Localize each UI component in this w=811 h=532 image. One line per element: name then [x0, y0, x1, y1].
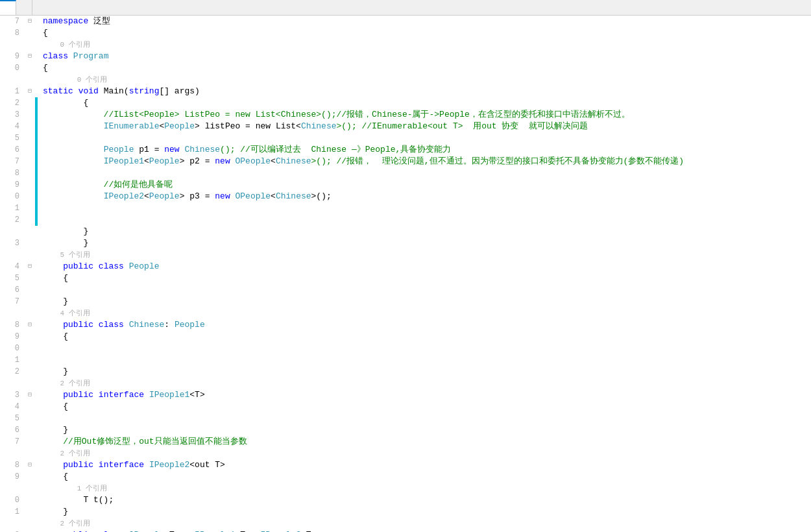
token: 1 个引用	[43, 483, 107, 494]
token	[180, 144, 185, 156]
collapse-indicator	[25, 413, 35, 424]
collapse-indicator	[25, 272, 35, 284]
token: {	[43, 27, 48, 39]
token: IPeople1	[149, 389, 189, 401]
line-number: 8	[3, 167, 22, 179]
code-content[interactable]: namespace 泛型{ 0 个引用class Program{ 0 个引用s…	[38, 16, 811, 532]
collapse-indicator[interactable]: ⊟	[25, 261, 35, 272]
line-number: 0	[3, 343, 22, 354]
token: {	[43, 471, 68, 483]
collapse-indicator	[25, 202, 35, 214]
collapse-indicator	[25, 109, 35, 121]
token: <	[144, 191, 149, 202]
token: <out T>	[189, 459, 225, 471]
token: IPeople2	[261, 529, 301, 532]
token	[230, 191, 236, 202]
collapse-indicator	[25, 494, 35, 506]
line-number: 9	[3, 471, 22, 483]
collapse-indicator	[25, 378, 35, 389]
token	[230, 156, 236, 167]
token: new	[164, 144, 179, 156]
token: <T>	[301, 529, 316, 532]
line-number: 4	[3, 121, 22, 132]
token: 2 个引用	[43, 518, 90, 529]
collapse-indicator[interactable]: ⊟	[25, 51, 35, 62]
line-number: 5	[3, 132, 22, 144]
code-line	[43, 132, 806, 144]
token: IPeople2	[104, 191, 144, 202]
token: People	[164, 121, 195, 132]
token: > p3 =	[180, 191, 215, 202]
token: OPeople	[129, 529, 165, 532]
token: >(); //报错， 理论没问题,但不通过。因为带泛型的接口和委托不具备协变能力…	[311, 156, 684, 167]
code-line: T t();	[43, 494, 806, 506]
token	[43, 191, 104, 202]
code-line	[43, 202, 806, 214]
tab-t[interactable]	[16, 0, 32, 15]
code-line: 0 个引用	[43, 39, 806, 51]
code-line: public class OPeople<T> : IPeople1<T>, I…	[43, 529, 806, 532]
code-line: }	[43, 366, 806, 378]
code-line	[43, 214, 806, 226]
line-number: 3	[3, 389, 22, 401]
token: Chinese	[129, 319, 165, 331]
token: > listPeo = new List<	[195, 121, 301, 132]
token	[93, 389, 99, 401]
collapse-indicator	[25, 156, 35, 167]
token: <T>,	[236, 529, 261, 532]
code-line: }	[43, 226, 806, 237]
token: }	[43, 506, 68, 518]
token: interface	[99, 459, 144, 471]
line-number: 1	[3, 354, 22, 366]
collapse-indicator[interactable]: ⊟	[25, 86, 35, 97]
token	[124, 261, 129, 272]
token: class	[43, 51, 68, 62]
token: Chinese	[276, 156, 311, 167]
collapse-indicator	[25, 483, 35, 494]
token: 2 个引用	[43, 378, 90, 389]
collapse-indicator	[25, 308, 35, 319]
collapse-indicator	[25, 249, 35, 261]
token	[43, 413, 83, 424]
collapse-indicator	[25, 97, 35, 109]
code-line: static void Main(string[] args)	[43, 86, 806, 97]
line-number: 7	[3, 296, 22, 308]
collapse-indicator[interactable]: ⊟	[25, 319, 35, 331]
collapse-indicator	[25, 144, 35, 156]
code-line: 1 个引用	[43, 483, 806, 494]
line-number: 7	[3, 436, 22, 448]
token: <T> :	[164, 529, 195, 532]
token: T t();	[43, 494, 114, 506]
editor-container: 7890123456789012345678901234567890123456…	[0, 0, 811, 532]
token: IEnumerable	[104, 121, 160, 132]
collapse-gutter: ⊟⊟⊟⊟⊟⊟⊟⊟⊟	[25, 16, 35, 532]
token: 2 个引用	[43, 448, 90, 459]
token: class	[99, 529, 124, 532]
code-line: }	[43, 237, 806, 249]
code-line: 2 个引用	[43, 518, 806, 529]
code-line: {	[43, 62, 806, 74]
code-line: 2 个引用	[43, 378, 806, 389]
token	[43, 202, 104, 214]
tab-ippeople2[interactable]	[0, 0, 16, 15]
line-number: 0	[3, 494, 22, 506]
token	[93, 529, 99, 532]
token: static	[43, 86, 73, 97]
collapse-indicator[interactable]: ⊟	[25, 389, 35, 401]
code-line: 4 个引用	[43, 308, 806, 319]
token	[43, 319, 63, 331]
collapse-indicator[interactable]: ⊟	[25, 16, 35, 27]
token: public	[63, 319, 93, 331]
line-number: 3	[3, 109, 22, 121]
token: IPeople1	[104, 156, 144, 167]
line-number: 7	[3, 156, 22, 167]
line-number: 6	[3, 144, 22, 156]
collapse-indicator[interactable]: ⊟	[25, 529, 35, 532]
token: 5 个引用	[43, 249, 90, 261]
collapse-indicator	[25, 74, 35, 86]
collapse-indicator	[25, 132, 35, 144]
line-number: 8	[3, 459, 22, 471]
collapse-indicator	[25, 167, 35, 179]
collapse-indicator[interactable]: ⊟	[25, 459, 35, 471]
line-number: 7	[3, 16, 22, 27]
